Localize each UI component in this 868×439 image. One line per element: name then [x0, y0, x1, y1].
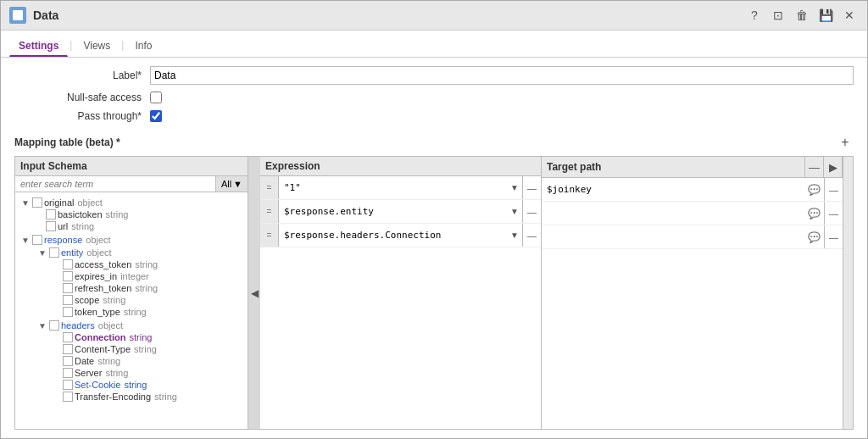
target-input-1[interactable] — [542, 178, 824, 201]
expression-input-1[interactable] — [279, 176, 522, 199]
tree-checkbox-connection[interactable] — [63, 332, 73, 342]
close-button[interactable]: ✕ — [840, 6, 859, 25]
pass-through-checkbox[interactable] — [150, 110, 162, 122]
tree-checkbox-date[interactable] — [63, 356, 73, 366]
tab-info[interactable]: Info — [125, 36, 161, 57]
tree-label-original: original — [44, 197, 74, 208]
list-item: 💬 — — [542, 202, 843, 225]
expand-button[interactable]: ▶ — [824, 157, 843, 177]
pass-through-row: Pass through* — [14, 110, 854, 122]
all-button[interactable]: All ▼ — [215, 176, 248, 192]
tree-children-response: ▼ entity object ▶ access_token — [19, 246, 248, 403]
expression-header: Expression — [260, 157, 541, 176]
target-path-title: Target path — [542, 158, 804, 176]
tree-checkbox-refresh-token[interactable] — [63, 283, 73, 293]
mapping-title: Mapping table (beta) * — [14, 136, 120, 148]
tree-panel: ▼ original object ▶ basictoken string — [15, 192, 248, 429]
window-title: Data — [33, 8, 58, 22]
bubble-icon[interactable]: 💬 — [808, 231, 821, 243]
trash-button[interactable]: 🗑 — [793, 6, 811, 25]
list-item: 💬 — — [542, 225, 843, 249]
tree-type-original: object — [77, 197, 102, 208]
remove-expression-button-1[interactable]: — — [522, 176, 541, 199]
list-item: ▼ entity object ▶ access_token — [32, 246, 248, 319]
bubble-icon[interactable]: 💬 — [808, 184, 821, 196]
title-bar-actions: ? ⊡ 🗑 💾 ✕ — [745, 6, 859, 25]
tree-children-entity: ▶ access_token string ▶ expires_in — [36, 258, 248, 318]
chevron-down-icon[interactable]: ▼ — [510, 183, 519, 192]
tabs-bar: Settings | Views | Info — [1, 31, 867, 58]
mapping-table: Input Schema All ▼ ▼ original — [14, 156, 854, 430]
expression-input-3[interactable] — [279, 224, 522, 247]
chevron-down-icon[interactable]: ▼ — [37, 320, 47, 331]
tree-checkbox-transfer-encoding[interactable] — [63, 392, 73, 402]
bubble-icon[interactable]: 💬 — [808, 208, 821, 220]
scrollbar[interactable] — [843, 157, 853, 429]
tree-checkbox-scope[interactable] — [63, 295, 73, 305]
target-input-3[interactable] — [542, 225, 824, 248]
list-item: = ▼ — — [260, 224, 541, 247]
tree-children-headers: ▶ Connection string ▶ Content-Type — [36, 331, 248, 403]
tree-checkbox-access-token[interactable] — [63, 259, 73, 270]
target-rows: 💬 — 💬 — — [542, 178, 843, 429]
tree-checkbox-set-cookie[interactable] — [63, 380, 73, 390]
tree-checkbox-entity[interactable] — [49, 247, 59, 258]
expression-panel: Expression = ▼ — = — [260, 157, 542, 429]
search-row: All ▼ — [15, 176, 248, 192]
chevron-down-icon[interactable]: ▼ — [37, 247, 47, 258]
save-button[interactable]: 💾 — [816, 6, 835, 25]
tree-checkbox-headers[interactable] — [49, 320, 59, 331]
tab-views[interactable]: Views — [74, 36, 120, 57]
mapping-section-header: Mapping table (beta) * + — [14, 134, 854, 151]
tree-checkbox-content-type[interactable] — [63, 344, 73, 354]
search-input[interactable] — [15, 176, 215, 192]
tree-checkbox-url[interactable] — [46, 221, 56, 231]
tree-row-basictoken[interactable]: ▶ basictoken string — [32, 208, 248, 220]
list-item: ▼ headers object ▶ Connection — [32, 319, 248, 403]
null-safe-label: Null-safe access — [14, 92, 150, 103]
tree-checkbox-basictoken[interactable] — [46, 209, 56, 220]
chevron-down-icon[interactable]: ▼ — [20, 235, 31, 245]
tree-row-original[interactable]: ▼ original object — [19, 197, 248, 208]
expression-input-2[interactable] — [279, 200, 522, 223]
chevron-down-icon[interactable]: ▼ — [20, 197, 31, 208]
collapse-panel-button[interactable]: ◀ — [248, 157, 260, 429]
add-mapping-button[interactable]: + — [837, 134, 854, 151]
drag-handle[interactable]: = — [260, 224, 279, 247]
tree-checkbox-server[interactable] — [63, 368, 73, 378]
help-button[interactable]: ? — [745, 6, 764, 25]
tree-row-headers[interactable]: ▼ headers object — [36, 320, 248, 331]
label-row: Label* — [14, 66, 854, 85]
list-item: = ▼ — — [260, 176, 541, 200]
label-input[interactable] — [150, 66, 854, 85]
tree-checkbox-original[interactable] — [32, 197, 42, 208]
target-input-2[interactable] — [542, 202, 824, 225]
list-item: ▼ response object ▼ entity — [15, 233, 248, 404]
data-icon — [9, 7, 26, 24]
remove-expression-button-2[interactable]: — — [522, 200, 541, 223]
tree-checkbox-response[interactable] — [32, 235, 42, 245]
remove-target-button-2[interactable]: — — [824, 202, 843, 225]
remove-target-button-3[interactable]: — — [824, 225, 843, 248]
tree-row-url[interactable]: ▶ url string — [32, 220, 248, 232]
null-safe-checkbox[interactable] — [150, 92, 162, 103]
remove-expression-button-3[interactable]: — — [522, 224, 541, 247]
chevron-down-icon[interactable]: ▼ — [510, 231, 519, 240]
remove-target-button-1[interactable]: — — [824, 178, 843, 201]
tree-checkbox-expires-in[interactable] — [63, 271, 73, 281]
monitor-button[interactable]: ⊡ — [769, 6, 787, 25]
chevron-down-icon[interactable]: ▼ — [510, 207, 519, 216]
settings-content: Label* Null-safe access Pass through* Ma… — [1, 58, 867, 438]
tree-checkbox-token-type[interactable] — [63, 307, 73, 317]
tree-children-original: ▶ basictoken string ▶ url string — [19, 208, 248, 232]
drag-handle[interactable]: = — [260, 176, 279, 199]
drag-handle[interactable]: = — [260, 200, 279, 223]
target-header-buttons: — ▶ — [804, 157, 843, 177]
tree-row-response[interactable]: ▼ response object — [19, 234, 248, 246]
list-item: ▼ original object ▶ basictoken string — [15, 196, 248, 233]
tab-settings[interactable]: Settings — [9, 36, 68, 57]
pass-through-label: Pass through* — [14, 110, 150, 122]
minus-button[interactable]: — — [805, 157, 824, 177]
input-schema-title: Input Schema — [20, 160, 87, 172]
tree-row-entity[interactable]: ▼ entity object — [36, 247, 248, 258]
